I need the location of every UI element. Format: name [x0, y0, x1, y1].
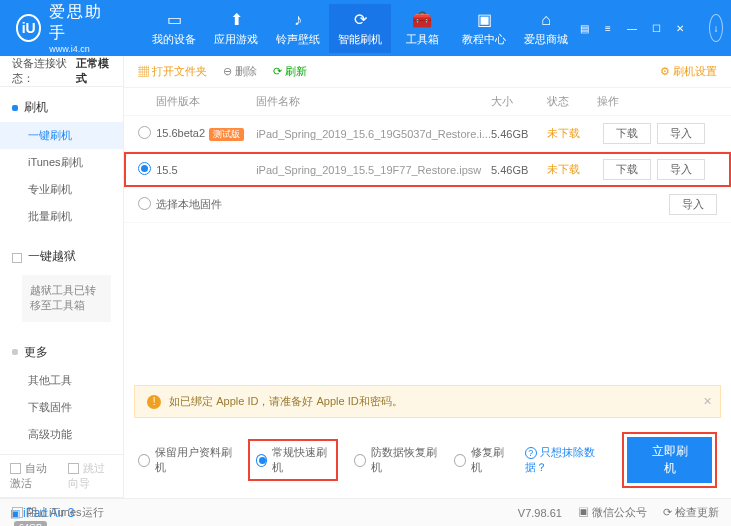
radio-mode[interactable] — [354, 454, 366, 467]
nav-icon: ⌂ — [515, 10, 577, 30]
skip-guide-checkbox[interactable]: 跳过向导 — [68, 461, 114, 491]
flash-settings-button[interactable]: ⚙ 刷机设置 — [660, 64, 717, 79]
brand-url: www.i4.cn — [49, 44, 113, 54]
check-update-link[interactable]: ⟳ 检查更新 — [663, 505, 719, 520]
menu-icon[interactable]: ▤ — [577, 23, 591, 34]
nav-icon: ▭ — [143, 10, 205, 30]
nav-icon: ▣ — [453, 10, 515, 30]
firmware-name: iPad_Spring_2019_15.6_19G5037d_Restore.i… — [256, 128, 491, 140]
local-firmware-row[interactable]: 选择本地固件 导入 — [124, 187, 731, 223]
flash-mode-2[interactable]: 防数据恢复刷机 — [354, 445, 438, 475]
window-controls: ▤ ≡ — ☐ ✕ ↓ — [577, 14, 723, 42]
list-icon[interactable]: ≡ — [601, 23, 615, 34]
nav-铃声壁纸[interactable]: ♪铃声壁纸 — [267, 4, 329, 53]
nav-爱思商城[interactable]: ⌂爱思商城 — [515, 4, 577, 53]
radio-firmware[interactable] — [138, 162, 151, 175]
flash-options: 保留用户资料刷机常规快速刷机防数据恢复刷机修复刷机? 只想抹除数据？立即刷机 — [124, 424, 731, 498]
nav-我的设备[interactable]: ▭我的设备 — [143, 4, 205, 53]
nav-icon: ♪ — [267, 10, 329, 30]
auto-activate-checkbox[interactable]: 自动激活 — [10, 461, 56, 491]
table-header: 固件版本 固件名称 大小 状态 操作 — [124, 88, 731, 116]
close-icon[interactable]: ✕ — [673, 23, 687, 34]
version-label: V7.98.61 — [518, 507, 562, 519]
top-nav: ▭我的设备⬆应用游戏♪铃声壁纸⟳智能刷机🧰工具箱▣教程中心⌂爱思商城 — [143, 4, 577, 53]
radio-mode[interactable] — [138, 454, 150, 467]
group-flash[interactable]: 刷机 — [0, 93, 123, 122]
nav-icon: ⬆ — [205, 10, 267, 30]
sidebar-item-其他工具[interactable]: 其他工具 — [0, 367, 123, 394]
radio-firmware[interactable] — [138, 126, 151, 139]
lock-icon — [12, 253, 22, 263]
import-button[interactable]: 导入 — [657, 123, 705, 144]
download-icon[interactable]: ↓ — [709, 14, 723, 42]
flash-mode-3[interactable]: 修复刷机 — [454, 445, 509, 475]
state: 未下载 — [547, 126, 597, 141]
sidebar-item-高级功能[interactable]: 高级功能 — [0, 421, 123, 448]
download-button[interactable]: 下载 — [603, 123, 651, 144]
sidebar: 设备连接状态： 正常模式 刷机 一键刷机iTunes刷机专业刷机批量刷机 一键越… — [0, 56, 124, 498]
wechat-link[interactable]: ▣ 微信公众号 — [578, 505, 647, 520]
titlebar: iU 爱思助手 www.i4.cn ▭我的设备⬆应用游戏♪铃声壁纸⟳智能刷机🧰工… — [0, 0, 731, 56]
sidebar-item-专业刷机[interactable]: 专业刷机 — [0, 176, 123, 203]
radio-mode[interactable] — [256, 454, 268, 467]
flash-mode-1[interactable]: 常规快速刷机 — [248, 439, 338, 481]
main-panel: ▦ 打开文件夹 ⊖ 删除 ⟳ 刷新 ⚙ 刷机设置 固件版本 固件名称 大小 状态… — [124, 56, 731, 498]
maximize-icon[interactable]: ☐ — [649, 23, 663, 34]
flash-mode-0[interactable]: 保留用户资料刷机 — [138, 445, 232, 475]
nav-应用游戏[interactable]: ⬆应用游戏 — [205, 4, 267, 53]
import-local-button[interactable]: 导入 — [669, 194, 717, 215]
state: 未下载 — [547, 162, 597, 177]
brand-name: 爱思助手 — [49, 2, 113, 44]
firmware-row[interactable]: 15.6beta2测试版iPad_Spring_2019_15.6_19G503… — [124, 116, 731, 152]
open-folder-button[interactable]: ▦ 打开文件夹 — [138, 64, 207, 79]
radio-local[interactable] — [138, 197, 151, 210]
appleid-notice: ! 如已绑定 Apple ID，请准备好 Apple ID和密码。 ✕ — [134, 385, 721, 418]
minimize-icon[interactable]: — — [625, 23, 639, 34]
sidebar-item-iTunes刷机[interactable]: iTunes刷机 — [0, 149, 123, 176]
version: 15.6beta2测试版 — [156, 127, 256, 141]
notice-close-icon[interactable]: ✕ — [703, 395, 712, 408]
group-more[interactable]: 更多 — [0, 338, 123, 367]
sidebar-item-下载固件[interactable]: 下载固件 — [0, 394, 123, 421]
connection-status: 设备连接状态： 正常模式 — [0, 56, 123, 87]
sidebar-item-一键刷机[interactable]: 一键刷机 — [0, 122, 123, 149]
sidebar-item-批量刷机[interactable]: 批量刷机 — [0, 203, 123, 230]
group-jailbreak[interactable]: 一键越狱 — [0, 242, 123, 271]
download-button[interactable]: 下载 — [603, 159, 651, 180]
firmware-name: iPad_Spring_2019_15.5_19F77_Restore.ipsw — [256, 164, 491, 176]
nav-工具箱[interactable]: 🧰工具箱 — [391, 4, 453, 53]
brand: 爱思助手 www.i4.cn — [49, 2, 113, 54]
nav-icon: 🧰 — [391, 10, 453, 30]
toolbar: ▦ 打开文件夹 ⊖ 删除 ⟳ 刷新 ⚙ 刷机设置 — [124, 56, 731, 88]
version: 15.5 — [156, 164, 256, 176]
status-value: 正常模式 — [76, 56, 111, 86]
radio-mode[interactable] — [454, 454, 466, 467]
nav-智能刷机[interactable]: ⟳智能刷机 — [329, 4, 391, 53]
import-button[interactable]: 导入 — [657, 159, 705, 180]
size: 5.46GB — [491, 128, 547, 140]
size: 5.46GB — [491, 164, 547, 176]
nav-icon: ⟳ — [329, 10, 391, 30]
firmware-row[interactable]: 15.5iPad_Spring_2019_15.5_19F77_Restore.… — [124, 152, 731, 187]
warning-icon: ! — [147, 395, 161, 409]
flash-now-button[interactable]: 立即刷机 — [627, 437, 712, 483]
refresh-button[interactable]: ⟳ 刷新 — [273, 64, 307, 79]
device-storage: 64GB — [14, 521, 47, 526]
delete-button[interactable]: ⊖ 删除 — [223, 64, 257, 79]
help-icon[interactable]: ? — [525, 447, 537, 459]
block-itunes-checkbox[interactable]: 阻止iTunes运行 — [12, 505, 104, 520]
nav-教程中心[interactable]: ▣教程中心 — [453, 4, 515, 53]
jailbreak-note: 越狱工具已转移至工具箱 — [22, 275, 111, 322]
logo-icon: iU — [16, 14, 41, 42]
